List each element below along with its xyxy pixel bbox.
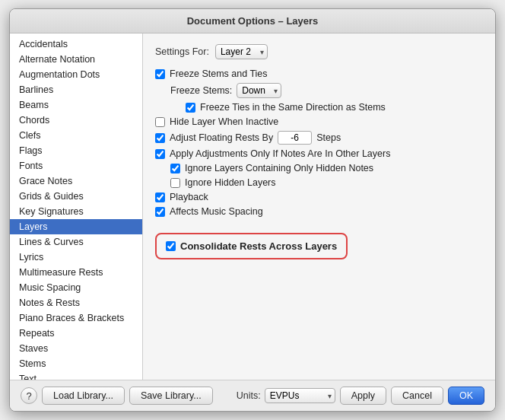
footer-left: ? Load Library... Save Library... (21, 387, 213, 405)
footer-right: Units: EVPUsInchesCentimetersPointsPicas… (237, 387, 484, 405)
playback-label: Playback (170, 192, 208, 202)
units-select-wrapper: EVPUsInchesCentimetersPointsPicasSpaces (265, 388, 335, 403)
units-label: Units: (237, 390, 261, 401)
ignore-hidden-layers-row: Ignore Hidden Layers (155, 177, 483, 188)
units-select[interactable]: EVPUsInchesCentimetersPointsPicasSpaces (265, 388, 335, 403)
freeze-stems-label: Freeze Stems: (170, 85, 232, 96)
layer-select-wrapper: Layer 1Layer 2Layer 3Layer 4 (215, 44, 268, 59)
adjust-floating-checkbox[interactable] (155, 133, 165, 143)
settings-for-row: Settings For: Layer 1Layer 2Layer 3Layer… (155, 44, 483, 59)
adjust-floating-input[interactable] (278, 131, 312, 145)
freeze-stems-select-wrapper: UpDown (237, 83, 281, 98)
sidebar-item-augmentation-dots[interactable]: Augmentation Dots (10, 67, 142, 82)
sidebar-item-layers[interactable]: Layers (10, 219, 142, 234)
dialog: Document Options – Layers AccidentalsAlt… (9, 8, 496, 412)
units-row: Units: EVPUsInchesCentimetersPointsPicas… (237, 388, 335, 403)
sidebar-item-beams[interactable]: Beams (10, 97, 142, 113)
adjust-floating-row: Adjust Floating Rests By Steps (155, 131, 483, 145)
sidebar-item-piano-braces--brackets[interactable]: Piano Braces & Brackets (10, 310, 142, 326)
freeze-stems-row: Freeze Stems: UpDown (155, 83, 483, 98)
consolidate-rests-label: Consolidate Rests Across Layers (180, 240, 337, 252)
sidebar-item-barlines[interactable]: Barlines (10, 82, 142, 97)
affects-music-spacing-checkbox[interactable] (155, 207, 165, 217)
apply-adjustments-label: Apply Adjustments Only If Notes Are In O… (170, 148, 390, 159)
sidebar-item-notes--rests[interactable]: Notes & Rests (10, 295, 142, 310)
title-bar: Document Options – Layers (10, 9, 495, 33)
hide-layer-checkbox[interactable] (155, 117, 165, 127)
sidebar-item-lyrics[interactable]: Lyrics (10, 250, 142, 265)
ok-button[interactable]: OK (448, 387, 484, 405)
sidebar-item-fonts[interactable]: Fonts (10, 158, 142, 173)
ignore-hidden-layers-checkbox[interactable] (170, 178, 180, 188)
sidebar-item-staves[interactable]: Staves (10, 341, 142, 356)
freeze-stems-ties-checkbox[interactable] (155, 69, 165, 79)
ignore-hidden-notes-row: Ignore Layers Containing Only Hidden Not… (155, 163, 483, 173)
hide-layer-row: Hide Layer When Inactive (155, 116, 483, 127)
main-panel: Settings For: Layer 1Layer 2Layer 3Layer… (143, 33, 495, 380)
playback-checkbox[interactable] (155, 192, 165, 202)
hide-layer-label: Hide Layer When Inactive (170, 116, 278, 127)
sidebar-item-stems[interactable]: Stems (10, 356, 142, 371)
sidebar-item-lines--curves[interactable]: Lines & Curves (10, 234, 142, 250)
apply-button[interactable]: Apply (340, 387, 386, 405)
adjust-steps-label: Steps (316, 132, 341, 143)
adjust-floating-label: Adjust Floating Rests By (170, 132, 273, 143)
save-library-button[interactable]: Save Library... (129, 387, 213, 405)
footer: ? Load Library... Save Library... Units:… (10, 380, 495, 411)
affects-music-spacing-label: Affects Music Spacing (170, 206, 263, 217)
settings-for-label: Settings For: (155, 46, 209, 57)
consolidate-section: Consolidate Rests Across Layers (155, 233, 348, 259)
freeze-ties-direction-row: Freeze Ties in the Same Direction as Ste… (155, 102, 483, 113)
sidebar-item-alternate-notation[interactable]: Alternate Notation (10, 52, 142, 67)
sidebar-item-multimeasure-rests[interactable]: Multimeasure Rests (10, 265, 142, 280)
apply-adjustments-row: Apply Adjustments Only If Notes Are In O… (155, 148, 483, 159)
layer-select[interactable]: Layer 1Layer 2Layer 3Layer 4 (215, 44, 268, 59)
sidebar-item-music-spacing[interactable]: Music Spacing (10, 280, 142, 295)
sidebar-item-chords[interactable]: Chords (10, 113, 142, 128)
sidebar-item-grids--guides[interactable]: Grids & Guides (10, 189, 142, 204)
sidebar-item-grace-notes[interactable]: Grace Notes (10, 173, 142, 189)
freeze-stems-ties-row: Freeze Stems and Ties (155, 68, 483, 79)
freeze-ties-direction-checkbox[interactable] (186, 103, 195, 113)
ignore-hidden-notes-label: Ignore Layers Containing Only Hidden Not… (185, 163, 373, 173)
freeze-stems-select[interactable]: UpDown (237, 83, 281, 98)
sidebar-item-key-signatures[interactable]: Key Signatures (10, 204, 142, 219)
apply-adjustments-checkbox[interactable] (155, 149, 165, 159)
freeze-stems-ties-label: Freeze Stems and Ties (170, 68, 268, 79)
sidebar-item-accidentals[interactable]: Accidentals (10, 37, 142, 52)
freeze-ties-direction-label: Freeze Ties in the Same Direction as Ste… (200, 102, 386, 113)
sidebar-item-flags[interactable]: Flags (10, 143, 142, 158)
content-area: AccidentalsAlternate NotationAugmentatio… (10, 33, 495, 380)
help-button[interactable]: ? (21, 387, 37, 404)
ignore-hidden-notes-checkbox[interactable] (170, 164, 180, 173)
affects-music-spacing-row: Affects Music Spacing (155, 206, 483, 217)
dialog-title: Document Options – Layers (187, 15, 319, 27)
consolidate-rests-checkbox[interactable] (166, 241, 176, 251)
ignore-hidden-layers-label: Ignore Hidden Layers (185, 177, 276, 188)
load-library-button[interactable]: Load Library... (42, 387, 125, 405)
sidebar-item-repeats[interactable]: Repeats (10, 326, 142, 341)
sidebar: AccidentalsAlternate NotationAugmentatio… (10, 33, 143, 380)
playback-row: Playback (155, 192, 483, 202)
sidebar-item-clefs[interactable]: Clefs (10, 128, 142, 143)
cancel-button[interactable]: Cancel (391, 387, 443, 405)
sidebar-item-text[interactable]: Text (10, 371, 142, 380)
